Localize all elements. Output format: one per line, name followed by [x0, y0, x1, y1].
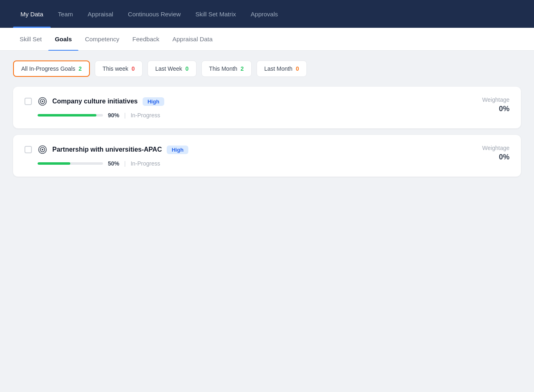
sub-navigation: Skill Set Goals Competency Feedback Appr…: [0, 28, 534, 51]
filter-last-week[interactable]: Last Week 0: [147, 60, 197, 77]
filter-last-month-count: 0: [296, 65, 299, 72]
nav-my-data[interactable]: My Data: [13, 0, 51, 28]
filter-last-week-count: 0: [185, 65, 189, 72]
goal-1-target-icon: [38, 96, 47, 106]
goal-2-status: In-Progress: [131, 160, 160, 167]
goal-2-title: Partnership with universities-APAC: [52, 146, 162, 153]
goal-2-divider: |: [124, 160, 126, 167]
nav-team[interactable]: Team: [51, 0, 80, 28]
svg-point-5: [42, 149, 43, 150]
goal-1-title: Company culture initiatives: [52, 98, 138, 105]
filter-all-in-progress-label: All In-Progress Goals: [21, 65, 75, 72]
goal-1-title-row: Company culture initiatives High: [38, 96, 164, 106]
filter-last-month-label: Last Month: [264, 65, 293, 72]
main-content: All In-Progress Goals 2 This week 0 Last…: [0, 51, 534, 193]
goal-2-checkbox[interactable]: [25, 146, 32, 153]
goal-card-1: Company culture initiatives High 90% | I…: [13, 87, 521, 128]
goal-1-progress-bar: [38, 114, 103, 116]
goal-2-progress-row: 50% | In-Progress: [38, 160, 188, 167]
goal-1-progress-row: 90% | In-Progress: [38, 112, 164, 119]
filter-all-in-progress[interactable]: All In-Progress Goals 2: [13, 60, 90, 77]
goal-2-weightage-value: 0%: [499, 153, 509, 161]
subnav-competency[interactable]: Competency: [78, 28, 126, 51]
goal-2-weightage: Weightage 0%: [469, 145, 509, 161]
filter-this-month[interactable]: This Month 2: [201, 60, 252, 77]
filter-this-week-label: This week: [103, 65, 128, 72]
nav-skill-set-matrix[interactable]: Skill Set Matrix: [188, 0, 243, 28]
goal-1-progress-fill: [38, 114, 96, 116]
filter-this-month-label: This Month: [209, 65, 237, 72]
top-navigation: My Data Team Appraisal Continuous Review…: [0, 0, 534, 28]
goal-2-info: Partnership with universities-APAC High …: [38, 145, 188, 167]
goal-1-status: In-Progress: [131, 112, 160, 119]
goal-2-percent: 50%: [108, 160, 119, 167]
goal-2-target-icon: [38, 145, 47, 155]
goal-2-progress-fill: [38, 162, 70, 165]
filter-all-in-progress-count: 2: [78, 65, 82, 72]
goal-1-weightage-label: Weightage: [482, 96, 509, 103]
filter-this-week[interactable]: This week 0: [95, 60, 143, 77]
goal-2-progress-bar: [38, 162, 103, 165]
goal-card-2: Partnership with universities-APAC High …: [13, 135, 521, 177]
subnav-goals[interactable]: Goals: [48, 28, 78, 51]
goal-1-info: Company culture initiatives High 90% | I…: [38, 96, 164, 119]
goal-card-2-left: Partnership with universities-APAC High …: [25, 145, 469, 167]
filter-row: All In-Progress Goals 2 This week 0 Last…: [13, 60, 521, 77]
goal-1-weightage-value: 0%: [499, 105, 509, 113]
goal-1-weightage: Weightage 0%: [469, 96, 509, 113]
nav-appraisal[interactable]: Appraisal: [80, 0, 121, 28]
nav-continuous-review[interactable]: Continuous Review: [121, 0, 188, 28]
svg-point-2: [42, 101, 43, 102]
subnav-appraisal-data[interactable]: Appraisal Data: [166, 28, 219, 51]
goal-card-1-left: Company culture initiatives High 90% | I…: [25, 96, 469, 119]
goal-1-percent: 90%: [108, 112, 119, 119]
subnav-feedback[interactable]: Feedback: [126, 28, 166, 51]
goal-1-priority: High: [143, 97, 164, 106]
goal-2-priority: High: [167, 146, 188, 154]
nav-approvals[interactable]: Approvals: [244, 0, 286, 28]
filter-this-week-count: 0: [132, 65, 135, 72]
filter-this-month-count: 2: [241, 65, 244, 72]
goal-2-title-row: Partnership with universities-APAC High: [38, 145, 188, 155]
goal-1-checkbox[interactable]: [25, 98, 32, 105]
filter-last-week-label: Last Week: [155, 65, 182, 72]
subnav-skill-set[interactable]: Skill Set: [13, 28, 48, 51]
goal-1-divider: |: [124, 112, 126, 119]
filter-last-month[interactable]: Last Month 0: [257, 60, 307, 77]
goal-2-weightage-label: Weightage: [482, 145, 509, 151]
